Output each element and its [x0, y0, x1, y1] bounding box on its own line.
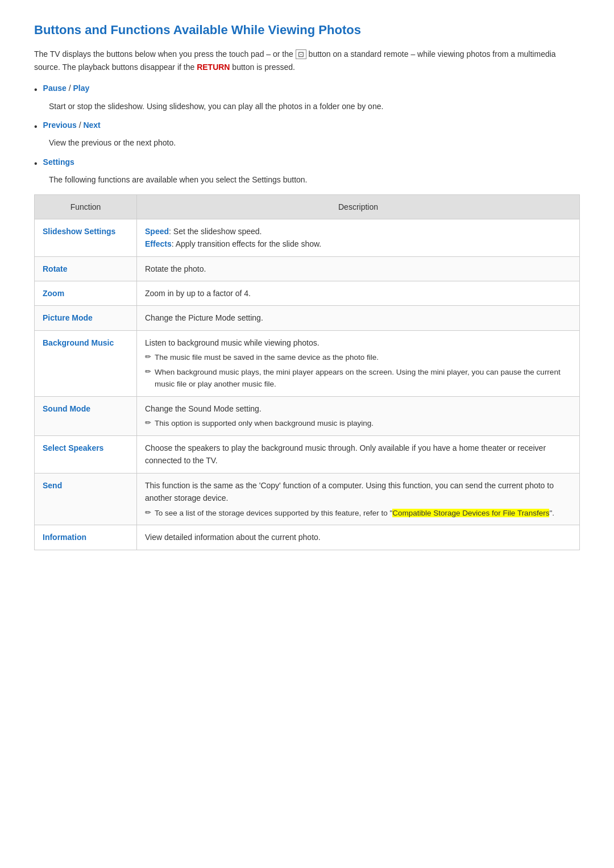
- previous-link[interactable]: Previous: [43, 121, 77, 130]
- zoom-link[interactable]: Zoom: [43, 289, 64, 298]
- send-link[interactable]: Send: [43, 481, 62, 490]
- intro-text-1: The TV displays the buttons below when y…: [34, 49, 296, 59]
- table-row: Select Speakers Choose the speakers to p…: [35, 436, 580, 474]
- previous-next-label: Previous / Next: [43, 121, 101, 130]
- page-title: Buttons and Functions Available While Vi…: [34, 23, 580, 38]
- func-cell-slideshow: Slideshow Settings: [35, 219, 137, 256]
- send-main-desc: This function is the same as the 'Copy' …: [145, 481, 554, 502]
- compatible-storage-link[interactable]: Compatible Storage Devices for File Tran…: [392, 509, 549, 517]
- bullet-item-settings: • Settings: [34, 157, 580, 170]
- table-row: Information View detailed information ab…: [35, 525, 580, 550]
- func-cell-picture-mode: Picture Mode: [35, 306, 137, 330]
- table-row: Sound Mode Change the Sound Mode setting…: [35, 397, 580, 436]
- func-cell-sound-mode: Sound Mode: [35, 397, 137, 436]
- desc-cell-information: View detailed information about the curr…: [137, 525, 580, 550]
- col-header-description: Description: [137, 194, 580, 219]
- bullet-dot-1: •: [34, 84, 38, 96]
- next-link[interactable]: Next: [83, 121, 100, 130]
- desc-cell-picture-mode: Change the Picture Mode setting.: [137, 306, 580, 330]
- func-cell-select-speakers: Select Speakers: [35, 436, 137, 474]
- send-note-text: To see a list of the storage devices sup…: [155, 507, 554, 520]
- note-icon-2: ✏: [145, 366, 151, 378]
- remote-icon: ⊡: [296, 49, 306, 59]
- table-row: Zoom Zoom in by up to a factor of 4.: [35, 281, 580, 306]
- note-icon-4: ✏: [145, 507, 151, 519]
- bg-music-note-2: ✏ When background music plays, the mini …: [145, 366, 571, 391]
- table-row: Rotate Rotate the photo.: [35, 256, 580, 281]
- pause-link[interactable]: Pause: [43, 84, 67, 93]
- desc-cell-select-speakers: Choose the speakers to play the backgrou…: [137, 436, 580, 474]
- return-link: RETURN: [197, 63, 230, 72]
- desc-cell-bg-music: Listen to background music while viewing…: [137, 330, 580, 396]
- intro-text-3: button is pressed.: [230, 63, 294, 72]
- pause-play-label: Pause / Play: [43, 84, 90, 93]
- note-icon-3: ✏: [145, 417, 151, 429]
- bullet-item-pause-play: • Pause / Play: [34, 84, 580, 96]
- note-text-1: The music file must be saved in the same…: [155, 351, 379, 364]
- effects-link[interactable]: Effects: [145, 239, 172, 248]
- bg-music-note-1: ✏ The music file must be saved in the sa…: [145, 351, 571, 364]
- table-header-row: Function Description: [35, 194, 580, 219]
- functions-table: Function Description Slideshow Settings …: [34, 194, 580, 550]
- select-speakers-desc: Choose the speakers to play the backgrou…: [145, 443, 546, 465]
- settings-desc: The following functions are available wh…: [49, 173, 580, 186]
- desc-cell-sound-mode: Change the Sound Mode setting. ✏ This op…: [137, 397, 580, 436]
- table-row: Slideshow Settings Speed: Set the slides…: [35, 219, 580, 256]
- speed-link[interactable]: Speed: [145, 227, 169, 236]
- picture-mode-desc: Change the Picture Mode setting.: [145, 313, 263, 322]
- bullet-dot-3: •: [34, 157, 38, 170]
- pause-play-separator: /: [69, 84, 73, 93]
- bullet-item-previous-next: • Previous / Next: [34, 121, 580, 133]
- desc-cell-slideshow: Speed: Set the slideshow speed. Effects:…: [137, 219, 580, 256]
- information-link[interactable]: Information: [43, 533, 86, 542]
- picture-mode-link[interactable]: Picture Mode: [43, 313, 93, 322]
- previous-next-desc: View the previous or the next photo.: [49, 136, 580, 149]
- bullet-list: • Pause / Play Start or stop the slidesh…: [34, 84, 580, 186]
- sound-mode-note-text: This option is supported only when backg…: [155, 417, 374, 430]
- sound-mode-note: ✏ This option is supported only when bac…: [145, 417, 571, 430]
- desc-cell-send: This function is the same as the 'Copy' …: [137, 473, 580, 525]
- func-cell-bg-music: Background Music: [35, 330, 137, 396]
- table-row: Send This function is the same as the 'C…: [35, 473, 580, 525]
- func-cell-zoom: Zoom: [35, 281, 137, 306]
- intro-paragraph: The TV displays the buttons below when y…: [34, 48, 580, 73]
- note-icon-1: ✏: [145, 351, 151, 363]
- rotate-desc: Rotate the photo.: [145, 264, 206, 273]
- sound-mode-link[interactable]: Sound Mode: [43, 404, 90, 413]
- effects-desc: : Apply transition effects for the slide…: [172, 239, 322, 248]
- rotate-link[interactable]: Rotate: [43, 264, 68, 273]
- speed-desc: : Set the slideshow speed.: [169, 227, 262, 236]
- slideshow-settings-link[interactable]: Slideshow Settings: [43, 227, 115, 236]
- func-cell-information: Information: [35, 525, 137, 550]
- func-cell-send: Send: [35, 473, 137, 525]
- bg-music-main-desc: Listen to background music while viewing…: [145, 338, 320, 347]
- desc-cell-zoom: Zoom in by up to a factor of 4.: [137, 281, 580, 306]
- func-cell-rotate: Rotate: [35, 256, 137, 281]
- sound-mode-main-desc: Change the Sound Mode setting.: [145, 404, 262, 413]
- send-note: ✏ To see a list of the storage devices s…: [145, 507, 571, 520]
- desc-cell-rotate: Rotate the photo.: [137, 256, 580, 281]
- note-text-2: When background music plays, the mini pl…: [155, 366, 571, 391]
- information-desc: View detailed information about the curr…: [145, 533, 321, 542]
- bullet-dot-2: •: [34, 121, 38, 133]
- bg-music-link[interactable]: Background Music: [43, 338, 114, 347]
- table-row: Picture Mode Change the Picture Mode set…: [35, 306, 580, 330]
- select-speakers-link[interactable]: Select Speakers: [43, 443, 103, 452]
- table-row: Background Music Listen to background mu…: [35, 330, 580, 396]
- settings-link[interactable]: Settings: [43, 157, 74, 167]
- pause-play-desc: Start or stop the slideshow. Using slide…: [49, 100, 580, 113]
- play-link[interactable]: Play: [73, 84, 90, 93]
- col-header-function: Function: [35, 194, 137, 219]
- zoom-desc: Zoom in by up to a factor of 4.: [145, 289, 251, 298]
